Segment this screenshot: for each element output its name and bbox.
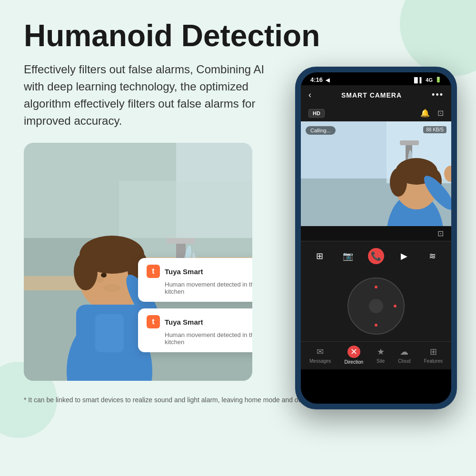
nav-item-messages[interactable]: ✉ Messages [309,347,331,364]
notification-card-2: t Tuya Smart Human movement detected in … [138,308,252,352]
status-time: 4:16 ◀ [310,76,329,83]
action-btn-scan[interactable]: ⊞ [312,248,328,264]
back-button[interactable]: ‹ [308,90,311,100]
page-description: Effectively filters out false alarms, Co… [24,61,276,129]
features-label: Features [424,358,442,364]
status-icons: ▐▌▌ 4G 🔋 [412,77,442,83]
tuya-icon-1: t [147,265,160,278]
call-icon: 📞 [368,248,384,264]
notif-header-1: t Tuya Smart [147,265,252,278]
nav-item-direction[interactable]: ✕ Direction [345,346,363,365]
site-icon: ★ [377,347,385,357]
notif-app-name-2: Tuya Smart [165,318,203,326]
calling-badge: Calling... [306,126,336,135]
site-label: Site [377,358,385,364]
svg-point-21 [101,273,107,278]
page-title: Humanoid Detection [24,19,452,52]
messages-icon: ✉ [317,347,324,357]
signal-icon: ▐▌▌ [412,77,423,83]
layout-icon[interactable]: ⊡ [437,109,444,118]
notification-card-1: t Tuya Smart Human movement detected in … [138,258,252,302]
app-header: ‹ SMART CAMERA ••• [301,85,451,105]
direction-label: Direction [345,359,363,365]
photo-area: t Tuya Smart Human movement detected in … [24,143,252,381]
phone-container: 4:16 ◀ ▐▌▌ 4G 🔋 ‹ SMART CAMERA ••• [295,67,457,409]
ptz-dot-right [394,305,397,307]
ptz-control-area [301,271,451,341]
cloud-label: Cloud [398,358,410,364]
pip-icon[interactable]: ⊡ [437,229,444,238]
menu-button[interactable]: ••• [432,90,444,100]
svg-point-19 [96,277,104,283]
direction-icon: ✕ [347,346,360,358]
notif-message-1: Human movement detected in the kitchen [147,281,252,295]
hd-badge[interactable]: HD [308,109,325,118]
notif-message-2: Human movement detected in the kitchen [147,331,252,346]
app-title: SMART CAMERA [341,91,402,99]
battery-icon: 🔋 [435,77,442,83]
notification-cards: t Tuya Smart Human movement detected in … [138,258,252,352]
video-icon: ▶ [396,248,412,264]
ptz-dot-bottom [375,324,377,327]
bottom-navigation: ✉ Messages ✕ Direction ★ Site ☁ [301,341,451,369]
network-label: 4G [426,77,433,83]
notif-app-name-1: Tuya Smart [165,268,203,276]
photo-icon: 📷 [340,248,356,264]
action-btn-layers[interactable]: ≋ [424,248,440,264]
scan-icon: ⊞ [312,248,328,264]
svg-rect-25 [95,314,124,352]
action-buttons-row: ⊞ 📷 📞 ▶ ≋ [301,241,451,271]
ptz-center [369,299,383,313]
svg-point-35 [390,168,407,197]
tuya-icon-2: t [147,315,160,328]
notif-header-2: t Tuya Smart [147,315,252,328]
nav-item-site[interactable]: ★ Site [377,347,385,364]
ptz-wheel[interactable] [347,278,405,335]
ptz-dot-top [375,286,377,288]
svg-rect-30 [400,140,419,145]
phone-screen: 4:16 ◀ ▐▌▌ 4G 🔋 ‹ SMART CAMERA ••• [301,72,451,404]
svg-point-20 [103,284,120,292]
feed-bottom-controls: ⊡ [301,226,451,241]
action-btn-photo[interactable]: 📷 [340,248,356,264]
nav-item-cloud[interactable]: ☁ Cloud [398,347,410,364]
video-controls-bar: HD 🔔 ⊡ [301,105,451,121]
camera-feed: Calling... 88 KB/S [301,121,451,226]
features-icon: ⊞ [430,347,437,357]
feed-svg [301,121,451,226]
action-btn-video[interactable]: ▶ [396,248,412,264]
status-bar: 4:16 ◀ ▐▌▌ 4G 🔋 [301,72,451,85]
action-btn-call[interactable]: 📞 [368,248,384,264]
cloud-icon: ☁ [400,347,408,357]
speed-badge: 88 KB/S [423,126,446,133]
main-area: t Tuya Smart Human movement detected in … [24,143,452,381]
svg-point-17 [74,252,98,290]
svg-rect-7 [167,238,195,244]
layers-icon: ≋ [424,248,440,264]
nav-item-features[interactable]: ⊞ Features [424,347,442,364]
phone-device: 4:16 ◀ ▐▌▌ 4G 🔋 ‹ SMART CAMERA ••• [295,67,457,409]
messages-label: Messages [309,358,331,364]
volume-icon[interactable]: 🔔 [420,109,430,118]
